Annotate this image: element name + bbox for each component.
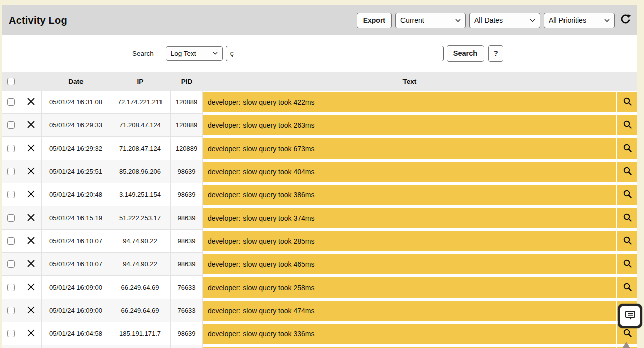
- delete-button[interactable]: [27, 120, 35, 130]
- magnify-cell: [616, 253, 637, 276]
- dates-select-value: All Dates: [474, 16, 503, 24]
- ip-cell: 94.74.90.22: [110, 253, 171, 276]
- refresh-button[interactable]: [618, 14, 631, 27]
- titlebar: Activity Log Export Current All Dates Al…: [2, 5, 637, 35]
- date-cell: 05/01/24 16:15:19: [42, 206, 110, 230]
- chevron-down-icon: [604, 19, 610, 22]
- magnify-button[interactable]: [617, 138, 637, 159]
- x-icon: [27, 97, 35, 107]
- date-cell: 05/01/24 16:20:48: [42, 183, 110, 206]
- table-row: 05/01/24 16:10:07 94.74.90.22 98639 deve…: [2, 253, 637, 276]
- magnify-button[interactable]: [617, 277, 637, 298]
- x-icon: [27, 167, 35, 177]
- table-row: 05/01/24 16:04:58 185.191.171.7 98639 de…: [2, 322, 637, 345]
- log-text: developer: slow query took 673ms: [203, 138, 616, 159]
- delete-button[interactable]: [27, 306, 35, 316]
- column-header-pid: PID: [171, 72, 203, 91]
- priorities-select-value: All Priorities: [549, 16, 586, 24]
- magnify-cell: [616, 91, 637, 114]
- text-cell: developer: slow query took 374ms: [203, 206, 616, 230]
- magnify-button[interactable]: [617, 115, 637, 135]
- row-checkbox[interactable]: [7, 168, 15, 175]
- speech-bubble-icon: [624, 309, 637, 323]
- table-header: Date IP PID Text: [2, 72, 637, 91]
- delete-cell: [20, 322, 42, 345]
- row-checkbox[interactable]: [7, 98, 15, 106]
- refresh-icon: [620, 14, 631, 27]
- row-checkbox[interactable]: [7, 145, 15, 152]
- delete-cell: [20, 230, 42, 253]
- delete-cell: [20, 206, 42, 230]
- delete-button[interactable]: [27, 329, 35, 339]
- text-cell: developer: slow query took 422ms: [203, 91, 616, 114]
- delete-button[interactable]: [27, 97, 35, 107]
- search-band: Search Log Text Search ?: [2, 35, 637, 72]
- log-text: developer: slow query took 336ms: [203, 324, 616, 344]
- x-icon: [27, 283, 35, 293]
- date-cell: 05/01/24 16:10:07: [42, 253, 110, 276]
- view-select[interactable]: Current: [395, 13, 466, 28]
- dates-select[interactable]: All Dates: [469, 13, 540, 28]
- column-header-date: Date: [42, 72, 110, 91]
- chevron-down-icon: [213, 52, 218, 55]
- table-row: 05/01/24 16:15:19 51.222.253.17 98639 de…: [2, 206, 637, 230]
- magnify-button[interactable]: [617, 231, 637, 251]
- export-button[interactable]: Export: [357, 13, 392, 28]
- chat-button[interactable]: [618, 304, 642, 328]
- checkbox-cell: [2, 160, 20, 183]
- magnify-button[interactable]: [617, 162, 637, 182]
- row-checkbox[interactable]: [7, 121, 15, 129]
- log-text: developer: slow query took 374ms: [203, 208, 616, 228]
- pid-cell: 98639: [171, 183, 203, 206]
- delete-cell: [20, 160, 42, 183]
- delete-button[interactable]: [27, 283, 35, 293]
- delete-button[interactable]: [27, 213, 35, 223]
- delete-button[interactable]: [27, 144, 35, 154]
- delete-cell: [20, 276, 42, 299]
- checkbox-cell: [2, 206, 20, 230]
- magnify-cell: [616, 206, 637, 230]
- search-input[interactable]: [226, 46, 444, 61]
- pid-cell: 120889: [171, 91, 203, 114]
- magnify-button[interactable]: [617, 208, 637, 228]
- delete-button[interactable]: [27, 236, 35, 246]
- text-cell: developer: slow query took 263ms: [203, 114, 616, 137]
- row-checkbox[interactable]: [7, 284, 15, 291]
- row-checkbox[interactable]: [7, 330, 15, 337]
- x-icon: [27, 329, 35, 339]
- delete-button[interactable]: [27, 259, 35, 269]
- magnifier-icon: [623, 213, 632, 224]
- search-button[interactable]: Search: [447, 45, 484, 62]
- pid-cell: 98639: [171, 160, 203, 183]
- date-cell: 05/01/24 16:25:51: [42, 160, 110, 183]
- row-checkbox[interactable]: [7, 237, 15, 245]
- row-checkbox[interactable]: [7, 191, 15, 198]
- magnify-button[interactable]: [617, 185, 637, 205]
- row-checkbox[interactable]: [7, 214, 15, 222]
- magnify-button[interactable]: [617, 254, 637, 274]
- text-cell: [203, 345, 616, 348]
- ip-cell: 66.249.64.69: [110, 299, 171, 322]
- select-all-checkbox[interactable]: [7, 78, 15, 85]
- help-button[interactable]: ?: [488, 45, 503, 62]
- search-field-select[interactable]: Log Text: [166, 46, 223, 61]
- delete-cell: [20, 91, 42, 114]
- priorities-select[interactable]: All Priorities: [544, 13, 615, 28]
- table-row: 05/01/24 16:09:00 66.249.64.69 76633 dev…: [2, 276, 637, 299]
- date-cell: 05/01/24 16:29:33: [42, 114, 110, 137]
- pid-cell: 98639: [171, 230, 203, 253]
- chevron-down-icon: [530, 19, 535, 22]
- search-field-select-value: Log Text: [171, 50, 196, 57]
- table-row: 05/01/24 16:09:00 66.249.64.69 76633 dev…: [2, 299, 637, 322]
- magnifier-icon: [623, 328, 632, 339]
- row-checkbox[interactable]: [7, 307, 15, 314]
- row-checkbox[interactable]: [7, 260, 15, 268]
- ip-cell: 66.249.64.69: [110, 276, 171, 299]
- delete-button[interactable]: [27, 190, 35, 200]
- text-cell: developer: slow query took 386ms: [203, 183, 616, 206]
- search-label: Search: [132, 50, 154, 57]
- delete-button[interactable]: [27, 167, 35, 177]
- ip-cell: 72.174.221.211: [110, 91, 171, 114]
- magnify-button[interactable]: [617, 92, 637, 112]
- checkbox-cell: [2, 322, 20, 345]
